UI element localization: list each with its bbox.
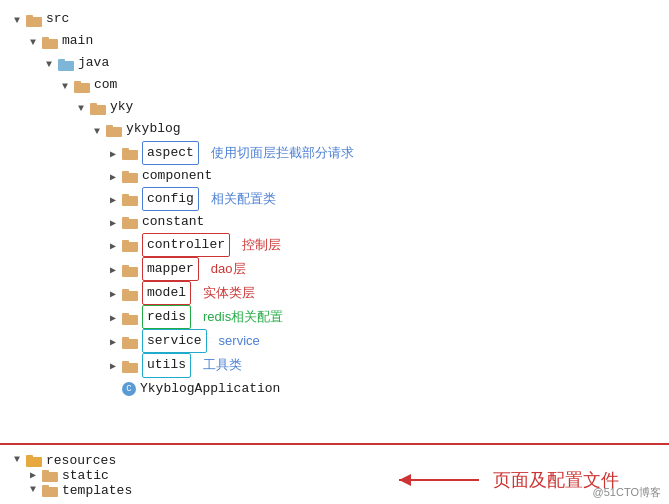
folder-icon-resources [26,454,42,467]
folder-icon-component [122,169,138,182]
badge-utils: utils [142,353,191,377]
tree-row-controller[interactable]: controller 控制层 [10,233,659,257]
svg-rect-25 [122,289,129,292]
tree-row-redis[interactable]: redis redis相关配置 [10,305,659,329]
folder-icon-service [122,335,138,348]
tree-row-ykyblog[interactable]: ykyblog [10,118,659,140]
tree-row-com[interactable]: com [10,74,659,96]
arrow-mapper[interactable] [106,262,120,276]
folder-icon-controller [122,238,138,251]
svg-rect-9 [90,103,97,106]
annotation-aspect: 使用切面层拦截部分请求 [211,142,354,164]
tree-row-mapper[interactable]: mapper dao层 [10,257,659,281]
label-ykyblogapp: YkyblogApplication [140,378,280,400]
svg-rect-7 [74,81,81,84]
arrow-service[interactable] [106,334,120,348]
label-yky: yky [110,96,133,118]
tree-row-src[interactable]: src [10,8,659,30]
svg-rect-18 [122,219,138,229]
tree-row-ykyblogapp[interactable]: C YkyblogApplication [10,378,659,400]
folder-icon-src [26,13,42,26]
tree-row-aspect[interactable]: aspect 使用切面层拦截部分请求 [10,141,659,165]
badge-aspect: aspect [142,141,199,165]
label-component: component [142,165,212,187]
svg-rect-26 [122,315,138,325]
tree-row-java[interactable]: java [10,52,659,74]
arrow-config[interactable] [106,192,120,206]
tree-row-config[interactable]: config 相关配置类 [10,187,659,211]
svg-rect-19 [122,217,129,220]
arrow-aspect[interactable] [106,146,120,160]
arrow-src[interactable] [10,12,24,26]
label-ykyblog: ykyblog [126,118,181,140]
svg-rect-21 [122,240,129,243]
svg-rect-0 [26,17,42,27]
tree-row-service[interactable]: service service [10,329,659,353]
arrow-utils[interactable] [106,358,120,372]
arrow-main[interactable] [26,34,40,48]
svg-marker-33 [399,474,411,486]
tree-row-constant[interactable]: constant [10,211,659,233]
tree-row-model[interactable]: model 实体类层 [10,281,659,305]
svg-rect-1 [26,15,33,18]
arrow-yky[interactable] [74,100,88,114]
svg-rect-35 [26,455,33,458]
badge-model: model [142,281,191,305]
badge-mapper: mapper [142,257,199,281]
tree-row-yky[interactable]: yky [10,96,659,118]
label-com: com [94,74,117,96]
annotation-redis: redis相关配置 [203,306,283,328]
red-arrow-icon [399,465,489,495]
svg-rect-22 [122,267,138,277]
folder-icon-yky [90,101,106,114]
svg-rect-38 [42,487,58,497]
folder-icon-com [74,79,90,92]
file-tree: src main java com yky yky [0,0,669,408]
folder-icon-constant [122,215,138,228]
svg-rect-5 [58,59,65,62]
badge-service: service [142,329,207,353]
svg-rect-23 [122,265,129,268]
label-main: main [62,30,93,52]
annotation-controller: 控制层 [242,234,281,256]
folder-icon-java [58,57,74,70]
annotation-utils: 工具类 [203,354,242,376]
arrow-component[interactable] [106,169,120,183]
svg-rect-29 [122,337,129,340]
arrow-templates[interactable] [26,484,40,498]
arrow-com[interactable] [58,78,72,92]
arrow-constant[interactable] [106,215,120,229]
arrow-redis[interactable] [106,310,120,324]
badge-redis: redis [142,305,191,329]
svg-rect-17 [122,194,129,197]
folder-icon-utils [122,359,138,372]
label-java: java [78,52,109,74]
arrow-static[interactable] [26,469,40,483]
arrow-model[interactable] [106,286,120,300]
label-src: src [46,8,69,30]
folder-icon-mapper [122,263,138,276]
tree-row-utils[interactable]: utils 工具类 [10,353,659,377]
folder-icon-main [42,35,58,48]
svg-rect-3 [42,37,49,40]
svg-rect-10 [106,127,122,137]
arrow-controller[interactable] [106,238,120,252]
svg-rect-28 [122,339,138,349]
svg-rect-20 [122,242,138,252]
arrow-java[interactable] [42,56,56,70]
svg-rect-37 [42,470,49,473]
svg-rect-8 [90,105,106,115]
annotation-config: 相关配置类 [211,188,276,210]
annotation-service: service [219,330,260,352]
tree-row-main[interactable]: main [10,30,659,52]
svg-rect-31 [122,361,129,364]
annotation-model: 实体类层 [203,282,255,304]
svg-rect-13 [122,148,129,151]
arrow-ykyblog[interactable] [90,123,104,137]
svg-rect-24 [122,291,138,301]
svg-rect-36 [42,472,58,482]
arrow-resources[interactable] [10,454,24,468]
label-constant: constant [142,211,204,233]
svg-rect-27 [122,313,129,316]
tree-row-component[interactable]: component [10,165,659,187]
